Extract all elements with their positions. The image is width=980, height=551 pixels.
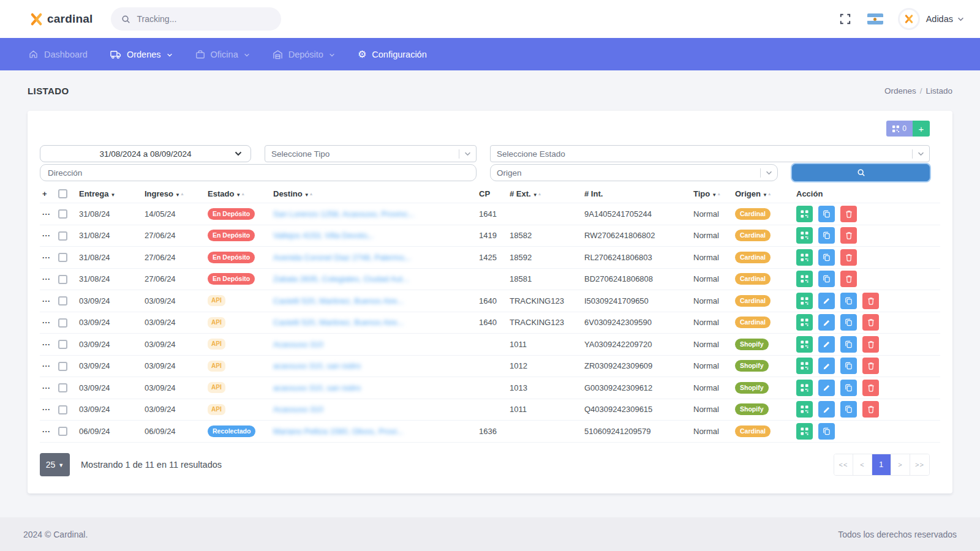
user-avatar[interactable] xyxy=(898,8,920,30)
copy-button[interactable] xyxy=(840,401,857,418)
column-header-Estado[interactable]: Estado▼▲ xyxy=(205,185,271,203)
page-size-select[interactable]: 25 ▼ xyxy=(40,453,70,476)
destino-link[interactable]: Acassuso 310 xyxy=(273,340,323,349)
row-checkbox[interactable] xyxy=(58,209,67,219)
edit-button[interactable] xyxy=(818,293,835,309)
select-all-checkbox[interactable] xyxy=(58,189,67,198)
nav-item-oficina[interactable]: Oficina xyxy=(195,50,250,59)
copy-button[interactable] xyxy=(840,380,857,396)
row-expand-toggle[interactable]: ··· xyxy=(42,340,51,349)
tracking-search-input[interactable]: Tracking... xyxy=(111,7,281,31)
pagination-prevprev[interactable]: << xyxy=(834,454,853,475)
row-checkbox[interactable] xyxy=(58,362,67,371)
delete-button[interactable] xyxy=(840,249,857,266)
row-expand-toggle[interactable]: ··· xyxy=(42,405,51,414)
qr-code-button[interactable] xyxy=(796,358,813,374)
copy-button[interactable] xyxy=(840,336,857,353)
qr-code-button[interactable] xyxy=(796,401,813,418)
pagination-nextnext[interactable]: >> xyxy=(910,454,929,475)
row-expand-toggle[interactable]: ··· xyxy=(42,384,51,392)
column-header-Entrega[interactable]: Entrega▼ xyxy=(77,185,142,203)
destino-link[interactable]: Avenida Coronel Diaz 2748, Palermo,.. xyxy=(273,253,411,262)
nav-item-dashboard[interactable]: Dashboard xyxy=(28,49,88,59)
pagination-next[interactable]: > xyxy=(891,454,910,475)
row-expand-toggle[interactable]: ··· xyxy=(42,231,51,240)
nav-item-ordenes[interactable]: Ordenes xyxy=(110,50,173,59)
copy-button[interactable] xyxy=(818,206,835,222)
row-checkbox[interactable] xyxy=(58,405,67,414)
row-expand-toggle[interactable]: ··· xyxy=(42,275,51,283)
row-checkbox[interactable] xyxy=(58,340,67,349)
direccion-input[interactable]: Dirección xyxy=(40,164,477,181)
edit-button[interactable] xyxy=(818,314,835,331)
language-flag-button[interactable] xyxy=(867,13,883,24)
row-checkbox[interactable] xyxy=(58,296,67,305)
qr-code-button[interactable] xyxy=(796,271,813,287)
copy-button[interactable] xyxy=(818,423,835,440)
delete-button[interactable] xyxy=(862,336,879,353)
user-menu[interactable]: Adidas xyxy=(926,14,953,24)
delete-button[interactable] xyxy=(862,380,879,396)
delete-button[interactable] xyxy=(840,206,857,222)
destino-link[interactable]: Castelli 520, Martinez, Buenos Aire... xyxy=(273,318,404,327)
destino-link[interactable]: Mariano Pelliza 1560, Olivos, Provi... xyxy=(273,427,403,436)
edit-button[interactable] xyxy=(818,336,835,353)
row-checkbox[interactable] xyxy=(58,383,67,392)
estado-select[interactable]: Seleccione Estado xyxy=(490,145,930,162)
edit-button[interactable] xyxy=(818,401,835,418)
delete-button[interactable] xyxy=(840,271,857,287)
copy-button[interactable] xyxy=(840,358,857,374)
destino-link[interactable]: Zabala 2835, Colegiales, Ciudad Aut... xyxy=(273,274,409,283)
qr-code-button[interactable] xyxy=(796,227,813,244)
row-expand-toggle[interactable]: ··· xyxy=(42,210,51,219)
row-expand-toggle[interactable]: ··· xyxy=(42,362,51,370)
row-checkbox[interactable] xyxy=(58,231,67,241)
qr-code-button[interactable] xyxy=(796,314,813,331)
delete-button[interactable] xyxy=(862,314,879,331)
row-checkbox[interactable] xyxy=(58,427,67,436)
edit-button[interactable] xyxy=(818,358,835,374)
destino-link[interactable]: Acassuso 310 xyxy=(273,405,323,414)
column-header-Origen[interactable]: Origen▼▲ xyxy=(733,185,794,203)
destino-link[interactable]: Castelli 520, Martinez, Buenos Aire... xyxy=(273,296,404,305)
scan-counter-button[interactable]: 0 xyxy=(886,121,913,137)
qr-code-button[interactable] xyxy=(796,249,813,266)
delete-button[interactable] xyxy=(840,227,857,244)
destino-link[interactable]: Vallejos 4153, Villa Devoto,.. xyxy=(273,231,374,240)
column-header-# Ext.[interactable]: # Ext.▼▲ xyxy=(507,185,582,203)
row-checkbox[interactable] xyxy=(58,253,67,262)
search-button[interactable] xyxy=(792,164,930,181)
date-range-select[interactable]: 31/08/2024 a 08/09/2024 xyxy=(40,145,251,162)
nav-item-configuracion[interactable]: ⚙Configuración xyxy=(358,50,427,59)
nav-item-deposito[interactable]: Depósito xyxy=(273,50,335,59)
row-expand-toggle[interactable]: ··· xyxy=(42,297,51,305)
origen-select[interactable]: Origen xyxy=(490,164,778,181)
copy-button[interactable] xyxy=(818,227,835,244)
destino-link[interactable]: San Lorenzo 1258, Acassuso, Provinc... xyxy=(273,209,415,219)
delete-button[interactable] xyxy=(862,358,879,374)
edit-button[interactable] xyxy=(818,380,835,396)
fullscreen-button[interactable] xyxy=(839,13,851,25)
copy-button[interactable] xyxy=(840,293,857,309)
row-expand-toggle[interactable]: ··· xyxy=(42,427,51,436)
destino-link[interactable]: acassuso 310, san isidro xyxy=(273,361,361,370)
delete-button[interactable] xyxy=(862,293,879,309)
breadcrumb-parent[interactable]: Ordenes xyxy=(884,86,916,96)
pagination-prev[interactable]: < xyxy=(853,454,872,475)
copy-button[interactable] xyxy=(818,249,835,266)
column-header-Destino[interactable]: Destino▼▲ xyxy=(271,185,477,203)
row-checkbox[interactable] xyxy=(58,318,67,328)
qr-code-button[interactable] xyxy=(796,206,813,222)
destino-link[interactable]: acassuso 310, san isidro xyxy=(273,383,361,392)
delete-button[interactable] xyxy=(862,401,879,418)
qr-code-button[interactable] xyxy=(796,293,813,309)
qr-code-button[interactable] xyxy=(796,336,813,353)
row-checkbox[interactable] xyxy=(58,275,67,284)
row-expand-toggle[interactable]: ··· xyxy=(42,253,51,262)
tipo-select[interactable]: Seleccione Tipo xyxy=(265,145,477,162)
copy-button[interactable] xyxy=(818,271,835,287)
qr-code-button[interactable] xyxy=(796,380,813,396)
brand-logo[interactable]: cardinal xyxy=(29,12,92,26)
column-header-Ingreso[interactable]: Ingreso▼▲ xyxy=(142,185,205,203)
row-expand-toggle[interactable]: ··· xyxy=(42,318,51,327)
